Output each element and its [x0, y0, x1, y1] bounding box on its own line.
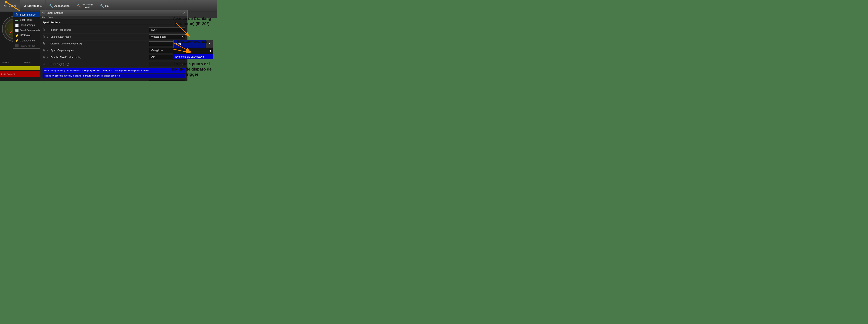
ha-nav-icon: 🔧 [100, 4, 104, 8]
fixed-angle-icon: 🔌 [42, 63, 47, 66]
svg-text:40: 40 [9, 34, 11, 35]
spark-settings-icon: 🔌 [15, 13, 19, 16]
dialog-menubar: File View [40, 15, 187, 19]
dialog-menu-view[interactable]: View [49, 16, 53, 19]
dialog-title-icon: 🔌 [42, 11, 45, 14]
dialog-menu-file[interactable]: File [42, 16, 45, 19]
svg-text:80: 80 [7, 29, 9, 30]
on-value-display: 0 [173, 48, 213, 55]
annotation-cranking-title2: (arranque) (5°-20°) [170, 21, 214, 26]
fixed-locked-help[interactable]: ? [47, 56, 51, 59]
spark-settings-dialog: 🔌 Spark Settings ✕ File View Spark Setti… [40, 10, 188, 81]
ignition-load-icon: 🔌 [42, 29, 47, 31]
spark-output-control: Wasted Spark Single Coil [149, 34, 185, 39]
iat-retard-icon: ⚡ [15, 34, 19, 37]
dialog-content: Spark Settings 🔌 Ignition load source MA… [40, 19, 187, 81]
fixed-locked-icon: 🔌 [42, 56, 47, 59]
gauge-label-accel: Accel Enrich [2, 62, 9, 63]
ignition-load-label: Ignition load source [51, 29, 149, 31]
spark-settings-label: Spark Settings [20, 13, 35, 16]
spark-output-icon: 🔌 [42, 35, 47, 38]
rotary-ignition-label: Rotary Ignition [20, 44, 35, 47]
fixed-angle-label: Fixed Angle(Deg) [51, 63, 149, 66]
spark-output-select[interactable]: Wasted Spark Single Coil [149, 34, 185, 39]
3dtuning-nav-icon: 🔨 [77, 4, 81, 8]
dwell-settings-icon: 📊 [15, 24, 19, 27]
annotation-cranking-title1: Avance de Cranking [170, 16, 214, 21]
annotation-trigger-title1: Puesta a punto del [170, 61, 214, 67]
dwell-settings-label: Dwell settings [20, 24, 35, 27]
spark-triggers-icon: 🔌 [42, 49, 47, 52]
accessories-nav-icon: 🔧 [49, 4, 53, 8]
setting-row-fixed-locked: 🔌 ? Enabled Fixed/Locked timing Off On [42, 54, 185, 61]
annotation-trigger-title3: trigger [170, 72, 214, 77]
annotation-trigger-title2: ángulo de disparo del [170, 67, 214, 72]
spark-table-icon: ▬ [15, 18, 19, 22]
spark-table-label: Spark Table [20, 19, 33, 21]
fixed-locked-label: Enabled Fixed/Locked timing [51, 56, 149, 59]
cranking-advance-icon: 🔌 [42, 42, 47, 45]
dialog-titlebar: 🔌 Spark Settings ✕ [40, 10, 187, 15]
annotation-trigger: Puesta a punto del ángulo de disparo del… [170, 61, 214, 77]
svg-text:60: 60 [9, 24, 11, 25]
setting-row-fixed-angle: 🔌 Fixed Angle(Deg) [42, 61, 185, 68]
setting-row-cranking-advance: 🔌 Cranking advance Angle(Deg) [42, 40, 185, 47]
dialog-section-title: Spark Settings [42, 21, 185, 25]
ignition-load-control: MAP TPS [149, 28, 185, 32]
new-ignition-select[interactable]: No Yes [149, 80, 185, 81]
cold-advance-icon: ⚡ [15, 39, 19, 42]
new-ignition-control: No Yes [149, 80, 185, 81]
setting-row-spark-triggers: 🔌 ? Spark Outputs triggers Going Low Goi… [42, 47, 185, 54]
nav-accessories-label: Accessories [54, 4, 70, 7]
dwell-compensation-icon: 📈 [15, 29, 19, 32]
note-cranking-text: Note: During cranking the fixed/locked t… [42, 68, 185, 73]
nav-ha-label: Ha [105, 4, 108, 7]
spark-triggers-label: Spark Outputs triggers [51, 49, 149, 52]
spark-triggers-help[interactable]: ? [47, 49, 51, 51]
top-left-arrow-decoration [0, 0, 24, 12]
on-note-text: advance angle value above [173, 55, 213, 59]
nav-3dtuning-label: 3D TuningMaps [82, 3, 93, 8]
cold-advance-label: Cold Advance [20, 39, 35, 42]
gauge-label-trs: TRS Accel [24, 62, 31, 63]
dialog-close-button[interactable]: ✕ [183, 11, 185, 14]
annotation-bloqueo-title: Bloqueo avance [170, 39, 214, 44]
cranking-advance-label: Cranking advance Angle(Deg) [51, 42, 149, 45]
annotation-bloqueo: Bloqueo avance [170, 39, 214, 44]
dialog-title-text: Spark Settings [46, 11, 63, 14]
setting-row-new-ignition: 🔌 Use new ignition mode No Yes [42, 79, 185, 81]
svg-line-0 [6, 2, 20, 11]
annotation-cranking: Avance de Cranking (arranque) (5°-20°) [170, 16, 214, 26]
test-warning-text: The below option is currently in testing… [42, 74, 185, 78]
setting-row-spark-output: 🔌 ? Spark output mode Wasted Spark Singl… [42, 33, 185, 40]
nav-startup-label: Startup/Idle [27, 4, 42, 7]
throttle-position-label: Throttle Position (%) [1, 73, 16, 75]
ignition-load-select[interactable]: MAP TPS [149, 28, 185, 32]
rotary-ignition-icon: ⬛ [15, 44, 19, 47]
spark-output-label: Spark output mode [51, 35, 149, 38]
setting-row-ignition-load: 🔌 Ignition load source MAP TPS [42, 27, 185, 33]
spark-output-help[interactable]: ? [47, 36, 51, 38]
iat-retard-label: IAT Retard [20, 34, 31, 37]
dwell-compensation-label: Dwell Compensation [20, 29, 42, 32]
dialog-title: 🔌 Spark Settings [42, 11, 63, 14]
